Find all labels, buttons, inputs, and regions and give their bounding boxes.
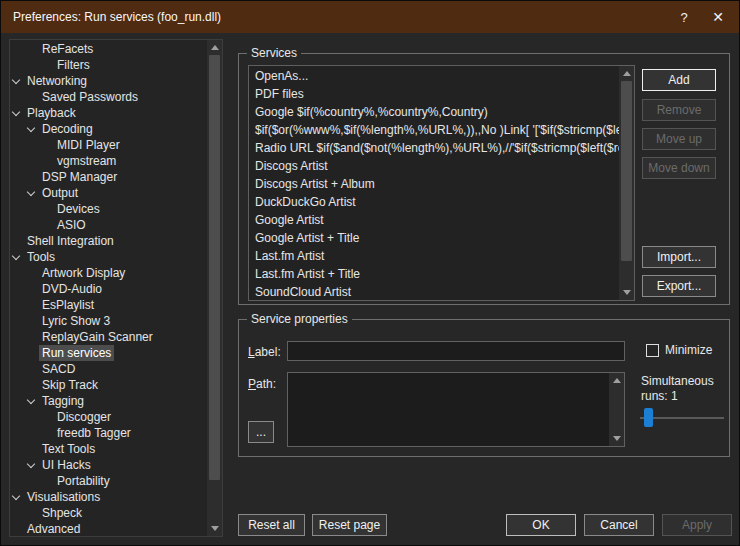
tree-item-dsp-manager[interactable]: DSP Manager [10, 169, 207, 185]
service-list-item[interactable]: PDF files [249, 85, 619, 103]
services-list-scrollbar[interactable] [619, 66, 634, 300]
chevron-down-icon[interactable] [11, 73, 24, 89]
tree-item-label: Advanced [24, 521, 83, 536]
chevron-down-icon[interactable] [26, 121, 39, 137]
add-button[interactable]: Add [642, 69, 716, 91]
slider-handle[interactable] [644, 408, 653, 427]
tree-scrollbar-thumb[interactable] [209, 55, 220, 480]
tree-item-portability[interactable]: Portability [10, 473, 207, 489]
tree-item-lyric-show-3[interactable]: Lyric Show 3 [10, 313, 207, 329]
chevron-down-icon[interactable] [26, 185, 39, 201]
tree-item-filters[interactable]: Filters [10, 57, 207, 73]
scroll-down-button[interactable] [207, 521, 222, 536]
tree-item-text-tools[interactable]: Text Tools [10, 441, 207, 457]
label-field-label: Label: [248, 345, 281, 359]
service-list-item[interactable]: Discogs Artist + Album [249, 175, 619, 193]
tree-item-advanced[interactable]: Advanced [10, 521, 207, 536]
tree-item-label: Playback [24, 105, 79, 121]
tree-item-decoding[interactable]: Decoding [10, 121, 207, 137]
chevron-down-icon[interactable] [11, 489, 24, 505]
tree-item-artwork-display[interactable]: Artwork Display [10, 265, 207, 281]
services-group: Services OpenAs...PDF filesGoogle $if(%c… [238, 53, 730, 305]
apply-button: Apply [662, 514, 732, 536]
tree-item-label: Text Tools [39, 441, 98, 457]
simultaneous-runs-slider[interactable] [638, 406, 726, 430]
chevron-down-icon[interactable] [11, 249, 24, 265]
triangle-up-icon [623, 71, 631, 76]
service-properties-group-label: Service properties [247, 312, 352, 326]
tree-item-replaygain-scanner[interactable]: ReplayGain Scanner [10, 329, 207, 345]
tree-item-networking[interactable]: Networking [10, 73, 207, 89]
tree-item-playback[interactable]: Playback [10, 105, 207, 121]
close-button[interactable]: ✕ [697, 1, 739, 33]
minimize-checkbox-label: Minimize [665, 343, 712, 357]
service-list-item[interactable]: Last.fm Artist + Title [249, 265, 619, 283]
tree-item-saved-passwords[interactable]: Saved Passwords [10, 89, 207, 105]
tree-item-refacets[interactable]: ReFacets [10, 41, 207, 57]
tree-item-label: Lyric Show 3 [39, 313, 113, 329]
tree-item-visualisations[interactable]: Visualisations [10, 489, 207, 505]
service-list-item[interactable]: SoundCloud Artist [249, 283, 619, 299]
scroll-up-button[interactable] [619, 66, 634, 81]
services-group-label: Services [247, 46, 301, 60]
chevron-down-icon[interactable] [26, 457, 39, 473]
path-scrollbar[interactable] [609, 373, 624, 446]
service-list-item[interactable]: DuckDuckGo Artist [249, 193, 619, 211]
tree-item-freedb-tagger[interactable]: freedb Tagger [10, 425, 207, 441]
tree-item-label: Tools [24, 249, 58, 265]
tree-item-dvd-audio[interactable]: DVD-Audio [10, 281, 207, 297]
tree-item-sacd[interactable]: SACD [10, 361, 207, 377]
ok-button[interactable]: OK [506, 514, 576, 536]
service-list-item[interactable]: Last.fm Artist [249, 247, 619, 265]
service-list-item[interactable]: Discogs Artist [249, 157, 619, 175]
tree-item-ui-hacks[interactable]: UI Hacks [10, 457, 207, 473]
tree-item-label: EsPlaylist [39, 297, 97, 313]
service-list-item[interactable]: OpenAs... [249, 67, 619, 85]
minimize-checkbox[interactable]: Minimize [646, 343, 712, 357]
tree-item-label: MIDI Player [54, 137, 123, 153]
scroll-down-button[interactable] [609, 431, 624, 446]
chevron-down-icon[interactable] [11, 105, 24, 121]
reset-all-button[interactable]: Reset all [238, 514, 305, 536]
scroll-up-button[interactable] [609, 373, 624, 388]
tree-item-output[interactable]: Output [10, 185, 207, 201]
tree-item-skip-track[interactable]: Skip Track [10, 377, 207, 393]
browse-button[interactable]: ... [248, 421, 274, 443]
chevron-down-icon[interactable] [26, 393, 39, 409]
service-list-item[interactable]: Google $if(%country%,%country%,Country) [249, 103, 619, 121]
reset-page-button[interactable]: Reset page [312, 514, 387, 536]
tree-item-tools[interactable]: Tools [10, 249, 207, 265]
tree-item-tagging[interactable]: Tagging [10, 393, 207, 409]
scroll-down-button[interactable] [619, 285, 634, 300]
checkbox-icon [646, 344, 659, 357]
export-button[interactable]: Export... [642, 275, 716, 297]
service-list-item[interactable]: Google Artist [249, 211, 619, 229]
tree-item-esplaylist[interactable]: EsPlaylist [10, 297, 207, 313]
cancel-button[interactable]: Cancel [584, 514, 654, 536]
triangle-up-icon [613, 378, 621, 383]
service-list-item[interactable]: $if($or(%www%,$if(%length%,%URL%,)),,No … [249, 121, 619, 139]
tree-item-midi-player[interactable]: MIDI Player [10, 137, 207, 153]
tree-item-vgmstream[interactable]: vgmstream [10, 153, 207, 169]
tree-item-label: Run services [39, 345, 114, 361]
services-scrollbar-thumb[interactable] [621, 81, 632, 261]
path-textarea[interactable] [287, 372, 625, 447]
titlebar[interactable]: Preferences: Run services (foo_run.dll) … [1, 1, 739, 33]
tree-item-discogger[interactable]: Discogger [10, 409, 207, 425]
service-list-item[interactable]: Radio URL $if($and($not(%length%),%URL%)… [249, 139, 619, 157]
tree-item-devices[interactable]: Devices [10, 201, 207, 217]
tree-scrollbar[interactable] [207, 40, 222, 536]
tree-item-asio[interactable]: ASIO [10, 217, 207, 233]
tree-item-shpeck[interactable]: Shpeck [10, 505, 207, 521]
service-list-item[interactable]: Google Artist + Title [249, 229, 619, 247]
tree-item-label: DSP Manager [39, 169, 120, 185]
tree-item-run-services[interactable]: Run services [10, 345, 207, 361]
preferences-window: Preferences: Run services (foo_run.dll) … [0, 0, 740, 546]
scroll-up-button[interactable] [207, 40, 222, 55]
tree-item-label: ReFacets [39, 41, 96, 57]
import-button[interactable]: Import... [642, 246, 716, 268]
label-input[interactable] [287, 341, 625, 361]
simultaneous-runs-label: Simultaneous runs: 1 [641, 374, 723, 404]
tree-item-label: ReplayGain Scanner [39, 329, 156, 345]
tree-item-shell-integration[interactable]: Shell Integration [10, 233, 207, 249]
